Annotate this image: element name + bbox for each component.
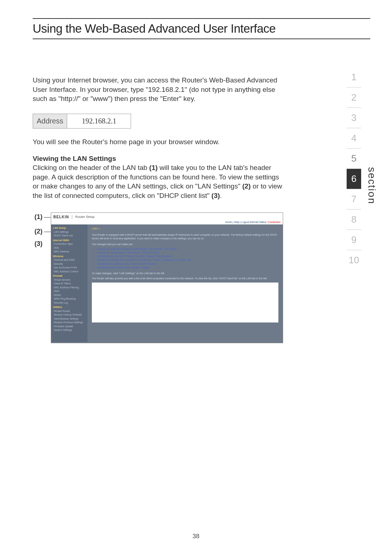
- router-side-item: Use as Access Point: [53, 266, 86, 270]
- router-side-item: Security: [53, 262, 86, 266]
- router-sidebar: LAN SetupLAN SettingsDHCP Client ListInt…: [51, 224, 87, 342]
- router-side-item: Restore Factory Defaults: [53, 313, 86, 317]
- router-side-cat: Wireless: [53, 255, 86, 259]
- lan-description-paragraph: Clicking on the header of the LAN tab (1…: [33, 163, 287, 200]
- router-main: LAN > Your Router is equipped with a DHC…: [87, 224, 283, 342]
- router-bullet: Change the Subnet Mask. The default = 25…: [97, 251, 278, 255]
- router-side-item: WAN Ping Blocking: [53, 297, 86, 301]
- section-nav-2: 2: [347, 88, 361, 108]
- text-run: .: [220, 192, 222, 199]
- after-address-paragraph: You will see the Router's home page in y…: [33, 137, 287, 147]
- router-bullet: Specify the Starting and Ending IP Pool …: [97, 258, 278, 262]
- section-nav-8: 8: [347, 210, 361, 230]
- router-bullet-list: Change the Internal IP address of the Ro…: [97, 247, 278, 269]
- router-lan-crumb: LAN >: [92, 227, 278, 231]
- router-bullet: Specify a local Domain Name. Default = B…: [97, 266, 278, 269]
- router-side-item: Firmware Update: [53, 325, 86, 329]
- router-after-2: The Router will also provide you with a …: [92, 277, 278, 280]
- router-side-item: Connection Type: [53, 242, 86, 246]
- router-changes-label: The changes that you can make are:: [92, 243, 278, 246]
- router-side-item: Restart Router: [53, 309, 86, 313]
- router-side-item: LAN Settings: [53, 230, 86, 234]
- section-label: section: [366, 167, 377, 204]
- page-title: Using the Web-Based Advanced User Interf…: [33, 22, 370, 36]
- address-bar-figure: Address 192.168.2.1: [33, 114, 131, 129]
- router-top-links: Home | Help | Logout Internet Status: Co…: [51, 221, 283, 224]
- callout-ref-1: (1): [149, 164, 158, 171]
- router-side-item: DNS: [53, 246, 86, 250]
- router-blank-area: [92, 283, 278, 322]
- router-side-item: DDNS: [53, 293, 86, 297]
- router-side-item: DMZ: [53, 289, 86, 293]
- text-run: Clicking on the header of the LAN tab: [33, 164, 149, 171]
- router-after-1: To make changes, click "LAN Settings" on…: [92, 272, 278, 275]
- router-setup-label: Router Setup: [75, 215, 94, 219]
- router-screenshot: BELKIN Router Setup Home | Help | Logout…: [51, 212, 283, 343]
- router-side-item: MAC Address Control: [53, 270, 86, 274]
- router-status: Connection: [268, 221, 281, 223]
- section-nav-6: 6: [347, 169, 361, 189]
- router-brand: BELKIN: [53, 215, 72, 219]
- address-label: Address: [33, 114, 67, 128]
- router-side-item: Security Log: [53, 301, 86, 305]
- callout-2: (2): [34, 228, 51, 235]
- callout-ref-2: (2): [242, 182, 250, 190]
- router-side-cat: Internet WAN: [53, 239, 86, 243]
- router-side-item: Virtual Servers: [53, 278, 86, 282]
- section-nav-3: 3: [347, 108, 361, 128]
- router-side-item: System Settings: [53, 328, 86, 332]
- section-nav-10: 10: [347, 250, 361, 270]
- page-title-bar: Using the Web-Based Advanced User Interf…: [33, 18, 370, 39]
- section-nav-1: 1: [347, 67, 361, 88]
- router-bullet: Enable/Disable the DHCP Server Function.…: [97, 255, 278, 258]
- lan-settings-heading: Viewing the LAN Settings: [33, 154, 287, 163]
- page-number: 38: [0, 533, 392, 540]
- router-side-item: Save/Backup Settings: [53, 317, 86, 321]
- callout-1: (1): [34, 214, 51, 220]
- section-nav-4: 4: [347, 128, 361, 149]
- router-side-cat: LAN Setup: [53, 226, 86, 230]
- router-side-item: Client IP Filters: [53, 282, 86, 286]
- router-side-item: MAC Address: [53, 250, 86, 254]
- address-value: 192.168.2.1: [67, 114, 131, 128]
- router-side-item: Channel and SSID: [53, 258, 86, 262]
- router-side-item: Restore Previous Settings: [53, 321, 86, 325]
- router-side-cat: Firewall: [53, 274, 86, 278]
- router-side-cat: Utilities: [53, 305, 86, 309]
- callout-3: (3): [34, 240, 42, 247]
- intro-paragraph: Using your Internet browser, you can acc…: [33, 76, 287, 104]
- callout-ref-3: (3): [212, 192, 220, 199]
- section-nav-7: 7: [347, 189, 361, 210]
- router-bullet: Change the Internal IP address of the Ro…: [97, 247, 278, 251]
- router-header: BELKIN Router Setup: [51, 213, 283, 221]
- section-nav-9: 9: [347, 230, 361, 250]
- router-side-item: MAC Address Filtering: [53, 286, 86, 290]
- router-side-item: DHCP Client List: [53, 234, 86, 238]
- router-bullet: Specify the IP address Lease Time. Defau…: [97, 262, 278, 266]
- router-main-intro: Your Router is equipped with a DHCP serv…: [92, 233, 278, 240]
- section-nav-5: 5: [347, 149, 361, 169]
- section-nav: 12345678910: [347, 67, 361, 270]
- router-links-text: Home | Help | Logout Internet Status:: [225, 221, 268, 223]
